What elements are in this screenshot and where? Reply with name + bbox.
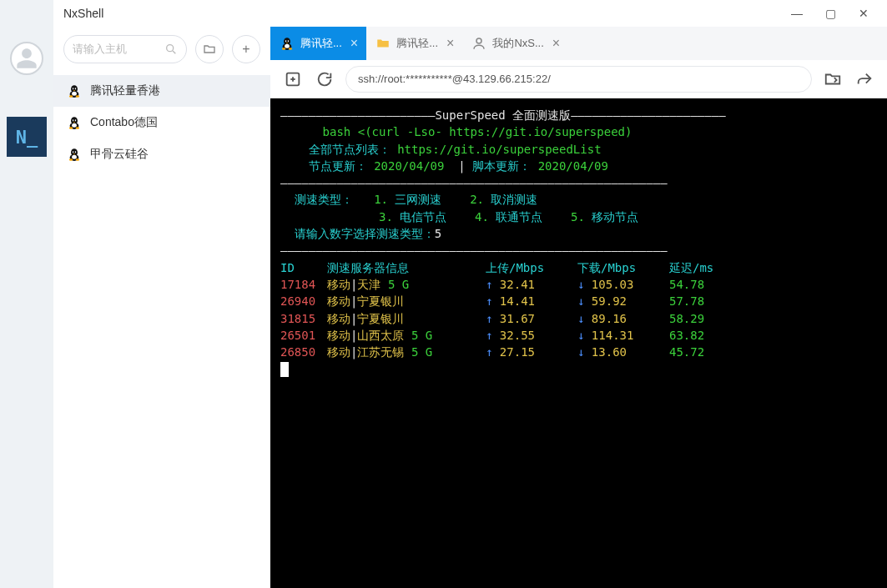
- svg-point-8: [69, 95, 73, 98]
- address-value: ssh://root:***********@43.129.66.215:22/: [358, 73, 551, 85]
- svg-point-21: [73, 151, 73, 153]
- folder-icon: [203, 43, 216, 56]
- svg-point-9: [76, 95, 79, 98]
- linux-icon: [67, 83, 82, 98]
- svg-point-17: [76, 127, 79, 129]
- host-item[interactable]: 甲骨云硅谷: [53, 138, 270, 170]
- svg-point-29: [285, 40, 286, 42]
- titlebar: NxShell — ▢ ✕: [53, 0, 887, 27]
- host-list: 腾讯轻量香港Contabo德国甲骨云硅谷: [53, 75, 270, 588]
- address-input[interactable]: ssh://root:***********@43.129.66.215:22/: [345, 66, 812, 93]
- tab-label: 腾讯轻...: [300, 36, 342, 51]
- app-rail: N_: [0, 0, 53, 588]
- host-label: 腾讯轻量香港: [90, 83, 160, 98]
- svg-point-28: [285, 44, 290, 48]
- content: 请输入主机 + 腾讯轻量香港Contabo德国甲骨云硅谷 腾讯轻...×腾讯轻.…: [53, 27, 887, 588]
- main: NxShell — ▢ ✕ 请输入主机 + 腾讯轻量香港Contabo德国甲骨云…: [53, 0, 887, 588]
- svg-line-1: [173, 51, 175, 53]
- host-item[interactable]: Contabo德国: [53, 107, 270, 138]
- host-item[interactable]: 腾讯轻量香港: [53, 75, 270, 107]
- svg-point-24: [69, 158, 73, 161]
- linux-icon: [280, 36, 295, 51]
- folder-icon: [375, 35, 391, 52]
- user-icon: [471, 35, 487, 52]
- maximize-button[interactable]: ▢: [814, 0, 847, 27]
- tabbar: 腾讯轻...×腾讯轻...×我的NxS...×: [270, 27, 887, 60]
- tab[interactable]: 腾讯轻...×: [366, 27, 462, 60]
- reload-button[interactable]: [314, 68, 335, 90]
- host-label: 甲骨云硅谷: [90, 147, 149, 162]
- svg-point-32: [282, 48, 285, 50]
- svg-point-33: [289, 48, 292, 50]
- host-label: Contabo德国: [90, 115, 158, 130]
- tab-close-button[interactable]: ×: [552, 36, 560, 51]
- search-icon: [164, 43, 178, 56]
- tab-label: 腾讯轻...: [396, 36, 438, 51]
- linux-icon: [279, 35, 295, 52]
- svg-point-20: [72, 155, 77, 159]
- svg-point-16: [69, 127, 73, 129]
- svg-point-0: [167, 45, 174, 52]
- file-manager-button[interactable]: [822, 68, 844, 90]
- svg-point-13: [73, 119, 73, 121]
- app-icon[interactable]: N_: [7, 117, 47, 157]
- linux-icon: [67, 147, 82, 162]
- plus-icon: +: [242, 42, 249, 57]
- user-icon: [15, 47, 38, 70]
- svg-point-34: [476, 38, 481, 43]
- close-button[interactable]: ✕: [847, 0, 880, 27]
- tab-close-button[interactable]: ×: [350, 36, 358, 51]
- file-icon: [824, 70, 842, 88]
- svg-point-25: [76, 158, 79, 161]
- svg-point-30: [288, 40, 289, 42]
- reload-icon: [315, 70, 334, 88]
- new-tab-button[interactable]: [282, 68, 304, 90]
- tab[interactable]: 我的NxS...×: [462, 27, 568, 60]
- sidebar: 请输入主机 + 腾讯轻量香港Contabo德国甲骨云硅谷: [53, 27, 270, 588]
- new-tab-icon: [284, 70, 302, 88]
- add-button[interactable]: +: [232, 35, 260, 63]
- svg-point-5: [73, 88, 73, 89]
- search-placeholder: 请输入主机: [73, 42, 127, 57]
- terminal[interactable]: ——————————————————————SuperSpeed 全面测速版——…: [270, 98, 887, 588]
- tab-close-button[interactable]: ×: [446, 36, 454, 51]
- right-pane: 腾讯轻...×腾讯轻...×我的NxS...× ssh://root:*****…: [270, 27, 887, 588]
- svg-point-14: [75, 119, 76, 121]
- forward-icon: [855, 70, 874, 88]
- svg-point-22: [75, 151, 76, 153]
- folder-button[interactable]: [195, 35, 224, 63]
- minimize-button[interactable]: —: [780, 0, 814, 27]
- svg-point-4: [72, 92, 77, 96]
- sidebar-toolbar: 请输入主机 +: [53, 27, 270, 75]
- addressbar: ssh://root:***********@43.129.66.215:22/: [270, 60, 887, 98]
- app-title: NxShell: [63, 7, 103, 20]
- svg-point-6: [75, 88, 76, 89]
- tab-label: 我的NxS...: [492, 36, 543, 51]
- tab[interactable]: 腾讯轻...×: [270, 27, 366, 60]
- avatar[interactable]: [10, 42, 43, 75]
- svg-point-12: [72, 123, 77, 128]
- linux-icon: [67, 115, 82, 130]
- search-input[interactable]: 请输入主机: [63, 35, 187, 63]
- forward-button[interactable]: [854, 68, 875, 90]
